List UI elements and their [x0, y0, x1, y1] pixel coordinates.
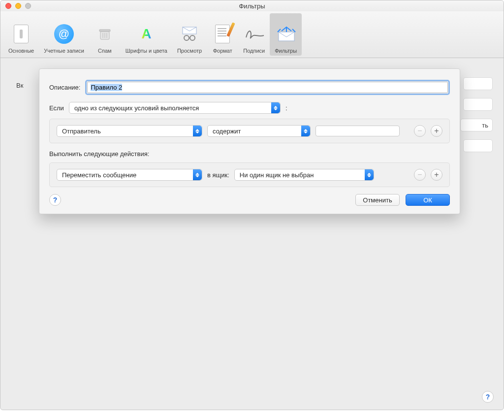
if-label: Если [49, 104, 64, 112]
chevron-updown-icon [271, 102, 280, 113]
filters-icon [276, 26, 296, 42]
rules-side-buttons: ть [460, 77, 493, 152]
actions-label: Выполнить следующие действия: [49, 150, 450, 158]
description-label: Описание: [49, 84, 80, 91]
help-button[interactable]: ? [49, 194, 61, 206]
add-action-button[interactable]: + [431, 169, 442, 181]
minimize-window-button[interactable] [15, 3, 21, 9]
general-icon [14, 25, 29, 43]
action-type-value: Переместить сообщение [62, 171, 189, 179]
prefs-toolbar: Основные @ Учетные записи Спам A Шрифты … [0, 11, 504, 58]
titlebar: Фильтры [0, 0, 504, 11]
tab-label: Основные [8, 48, 34, 54]
tab-preview[interactable]: Просмотр [172, 13, 207, 56]
remove-condition-button[interactable]: − [414, 125, 426, 137]
window-controls [5, 0, 31, 11]
action-mailbox-popup[interactable]: Ни один ящик не выбран [234, 169, 374, 181]
tab-label: Просмотр [177, 48, 202, 54]
condition-operator-value: содержит [213, 128, 297, 135]
at-icon: @ [54, 24, 74, 44]
window-title: Фильтры [239, 2, 265, 10]
tab-label: Шрифты и цвета [126, 48, 167, 54]
mailbox-label: в ящик: [207, 171, 229, 179]
cancel-button[interactable]: Отменить [355, 194, 400, 206]
chevron-updown-icon [301, 126, 310, 136]
tab-accounts[interactable]: @ Учетные записи [39, 13, 89, 56]
description-field-focus-ring: Правило 2 [85, 80, 450, 95]
svg-point-7 [190, 35, 195, 40]
rules-column-header: Вк [16, 82, 23, 89]
match-scope-value: одно из следующих условий выполняется [74, 104, 267, 112]
tab-spam[interactable]: Спам [89, 13, 121, 56]
window-help-button[interactable]: ? [482, 391, 494, 403]
side-button[interactable] [463, 77, 493, 90]
close-window-button[interactable] [5, 3, 11, 9]
tab-label: Подписи [243, 48, 265, 54]
condition-field-popup[interactable]: Отправитель [57, 125, 202, 137]
ok-button[interactable]: ОК [406, 194, 450, 206]
chevron-updown-icon [193, 169, 202, 180]
condition-value-input[interactable] [315, 126, 400, 136]
svg-point-6 [184, 35, 189, 40]
side-button[interactable]: ть [460, 119, 493, 131]
chevron-updown-icon [365, 169, 374, 180]
add-condition-button[interactable]: + [431, 125, 442, 137]
tab-label: Фильтры [275, 48, 297, 54]
chevron-updown-icon [193, 126, 202, 136]
condition-field-value: Отправитель [62, 128, 189, 135]
colon: : [285, 104, 287, 112]
svg-rect-1 [99, 30, 110, 32]
trash-icon [96, 26, 113, 42]
description-input[interactable]: Правило 2 [87, 82, 448, 93]
side-button[interactable] [463, 139, 493, 152]
tab-general[interactable]: Основные [3, 13, 39, 56]
rule-editor-sheet: Описание: Правило 2 Если одно из следующ… [39, 68, 460, 214]
side-button[interactable] [463, 98, 493, 111]
action-type-popup[interactable]: Переместить сообщение [57, 169, 202, 181]
tab-signatures[interactable]: Подписи [238, 13, 270, 56]
action-mailbox-value: Ни один ящик не выбран [240, 171, 361, 179]
tab-label: Формат [213, 48, 232, 54]
tab-filters[interactable]: Фильтры [270, 13, 302, 56]
fonts-icon: A [137, 25, 155, 43]
tab-format[interactable]: Формат [207, 13, 238, 56]
preview-icon [181, 25, 198, 43]
actions-group: Переместить сообщение в ящик: Ни один ящ… [49, 162, 450, 187]
tab-label: Учетные записи [44, 48, 84, 54]
match-scope-popup[interactable]: одно из следующих условий выполняется [69, 102, 281, 114]
preferences-window: Фильтры Основные @ Учетные записи Спам A… [0, 0, 504, 410]
signature-icon [244, 27, 264, 41]
compose-icon [215, 25, 230, 43]
tab-fonts-colors[interactable]: A Шрифты и цвета [121, 13, 172, 56]
condition-operator-popup[interactable]: содержит [207, 125, 311, 137]
remove-action-button[interactable]: − [414, 169, 426, 181]
tab-label: Спам [98, 48, 112, 54]
conditions-group: Отправитель содержит − + [49, 119, 450, 143]
zoom-window-button [25, 3, 31, 9]
